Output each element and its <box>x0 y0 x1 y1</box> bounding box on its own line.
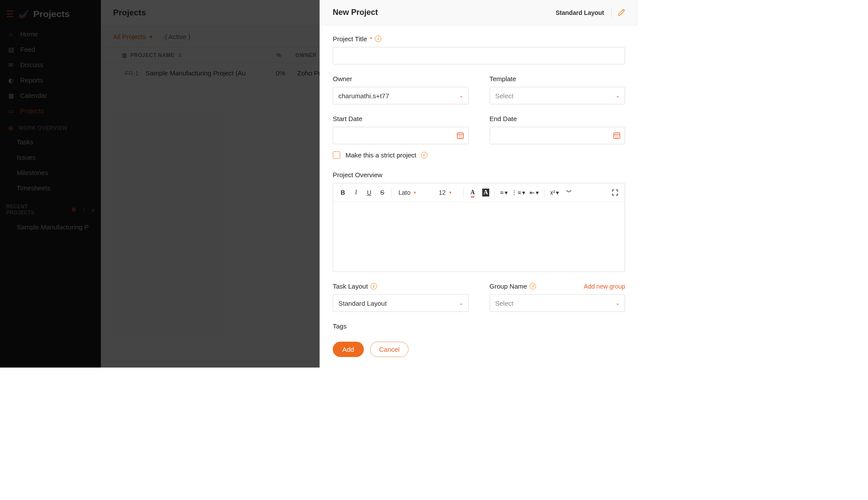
owner-select[interactable]: charumathi.s+t77 <box>333 87 469 104</box>
overview-label: Project Overview <box>333 171 625 179</box>
strikethrough-button[interactable]: S <box>376 186 388 199</box>
info-icon[interactable]: i <box>421 152 427 158</box>
list-button[interactable]: ⋮≡▾ <box>511 186 526 199</box>
bg-color-button[interactable]: A <box>480 186 492 199</box>
italic-button[interactable]: I <box>350 186 362 199</box>
font-size-select[interactable]: 12▾ <box>434 186 461 199</box>
strict-project-checkbox[interactable] <box>333 151 340 159</box>
panel-title: New Project <box>333 8 556 17</box>
tags-label: Tags <box>333 322 625 330</box>
chevron-down-icon: ▾ <box>414 190 416 195</box>
end-date-input[interactable] <box>490 127 626 144</box>
start-date-label: Start Date <box>333 115 469 122</box>
expand-button[interactable] <box>609 186 621 199</box>
layout-name: Standard Layout <box>556 9 604 16</box>
strict-project-label: Make this a strict projecti <box>345 151 427 159</box>
rte-toolbar: B I U S Lato▾ 12▾ A A ≡▾ ⋮≡▾ ⇤▾ x²▾ <box>333 183 625 202</box>
cancel-button[interactable]: Cancel <box>370 342 409 357</box>
bold-button[interactable]: B <box>337 186 349 199</box>
chevron-down-icon: ▾ <box>449 190 452 195</box>
more-button[interactable]: ︾ <box>563 186 575 199</box>
end-date-label: End Date <box>490 115 626 122</box>
superscript-button[interactable]: x²▾ <box>547 186 562 199</box>
text-color-button[interactable]: A <box>466 186 479 199</box>
rich-text-editor: B I U S Lato▾ 12▾ A A ≡▾ ⋮≡▾ ⇤▾ x²▾ <box>333 183 625 272</box>
group-name-select[interactable]: Select <box>490 294 626 312</box>
new-project-panel: New Project Standard Layout Project Titl… <box>320 0 638 368</box>
overview-textarea[interactable] <box>333 202 625 271</box>
owner-label: Owner <box>333 75 469 82</box>
edit-layout-icon[interactable] <box>618 9 625 16</box>
panel-footer: Add Cancel <box>320 337 638 368</box>
add-button[interactable]: Add <box>333 342 364 357</box>
divider <box>611 8 612 17</box>
template-select[interactable]: Select <box>490 87 626 104</box>
task-layout-select[interactable]: Standard Layout <box>333 294 469 312</box>
add-new-group-link[interactable]: Add new group <box>584 283 625 290</box>
info-icon[interactable]: i <box>370 283 377 289</box>
start-date-input[interactable] <box>333 127 469 144</box>
underline-button[interactable]: U <box>363 186 375 199</box>
project-title-input[interactable] <box>333 47 625 64</box>
group-name-label: Group Namei <box>490 282 537 290</box>
indent-button[interactable]: ⇤▾ <box>526 186 541 199</box>
panel-header: New Project Standard Layout <box>320 0 638 25</box>
template-label: Template <box>490 75 626 82</box>
align-button[interactable]: ≡▾ <box>498 186 510 199</box>
info-icon[interactable]: i <box>375 36 381 42</box>
font-family-select[interactable]: Lato▾ <box>394 186 434 199</box>
info-icon[interactable]: i <box>530 283 536 289</box>
project-title-label: Project Title*i <box>333 35 625 43</box>
task-layout-label: Task Layouti <box>333 282 469 290</box>
